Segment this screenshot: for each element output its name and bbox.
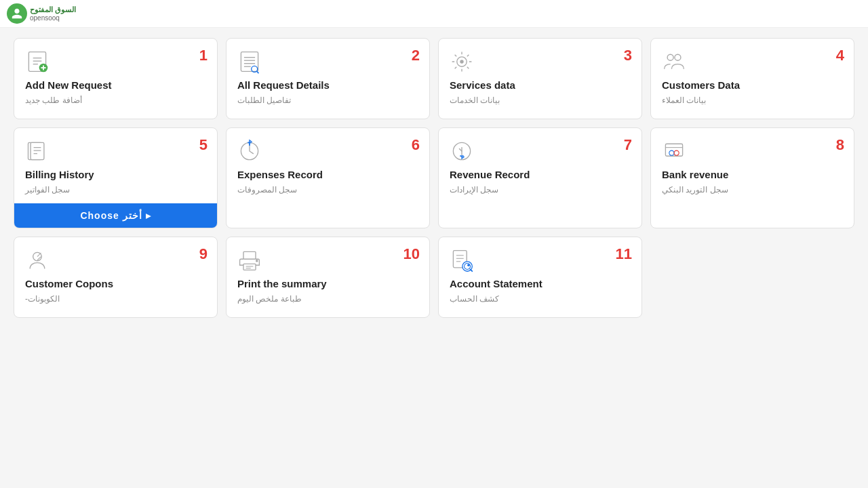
card-title-1: Add New Request: [25, 79, 206, 91]
card-number-9: 9: [199, 245, 208, 263]
brand-sub: opensooq: [30, 14, 76, 22]
svg-rect-19: [31, 142, 44, 159]
card-subtitle-10: طباعة ملخص اليوم: [237, 294, 302, 304]
card-icon-8: [662, 139, 843, 163]
card-icon-9: [25, 248, 206, 272]
card-icon-10: [237, 248, 418, 272]
card-4[interactable]: 4 Customers Data بيانات العملاء: [650, 38, 854, 119]
card-title-3: Services data: [450, 79, 631, 91]
card-2[interactable]: 2 All Request Details تفاصيل الطلبات: [226, 38, 430, 119]
card-subtitle-2: تفاصيل الطلبات: [237, 96, 291, 105]
card-9[interactable]: 9 Customer Copons -الكوبونات: [14, 237, 218, 318]
card-number-6: 6: [412, 136, 420, 154]
svg-rect-7: [241, 52, 258, 72]
svg-point-15: [460, 60, 463, 63]
card-number-4: 4: [836, 47, 844, 64]
card-icon-7: [450, 139, 631, 163]
card-icon-5: [25, 139, 206, 163]
card-6[interactable]: 6 Expenses Record سجل المصروفات: [226, 127, 430, 228]
card-subtitle-8: سجل التوريد البنكي: [662, 185, 728, 195]
svg-point-27: [669, 150, 674, 155]
avatar: [7, 3, 27, 24]
card-number-7: 7: [624, 136, 632, 154]
main-grid: 1 Add New Request أضافة طلب جديد 2 All R…: [0, 28, 868, 328]
choose-button[interactable]: Choose أختر ▸: [14, 203, 217, 228]
card-1[interactable]: 1 Add New Request أضافة طلب جديد: [14, 38, 218, 119]
card-title-6: Expenses Record: [237, 169, 418, 180]
card-subtitle-3: بيانات الخدمات: [450, 96, 500, 105]
svg-point-28: [674, 150, 679, 155]
svg-line-30: [37, 253, 41, 256]
card-number-10: 10: [403, 245, 420, 263]
header: السوق المفتوح opensooq: [0, 0, 868, 28]
card-number-1: 1: [199, 47, 208, 64]
card-title-2: All Request Details: [237, 79, 418, 91]
card-number-5: 5: [199, 136, 208, 154]
card-11[interactable]: 11 Account Statement كشف الحساب: [438, 237, 642, 318]
card-title-8: Bank revenue: [662, 169, 843, 180]
card-icon-11: [450, 248, 631, 272]
svg-line-13: [257, 71, 259, 73]
card-icon-4: [662, 49, 843, 74]
card-title-5: Billing History: [25, 169, 206, 180]
card-subtitle-9: -الكوبونات: [25, 294, 60, 304]
card-number-8: 8: [836, 136, 844, 154]
card-subtitle-5: سجل الفواتير: [25, 185, 70, 195]
card-title-9: Customer Copons: [25, 278, 206, 289]
card-icon-3: [450, 49, 631, 74]
card-title-11: Account Statement: [450, 278, 631, 289]
card-title-7: Revenue Record: [450, 169, 631, 180]
svg-rect-32: [243, 251, 256, 259]
card-subtitle-6: سجل المصروفات: [237, 185, 297, 195]
card-10[interactable]: 10 Print the summary طباعة ملخص اليوم: [226, 237, 430, 318]
card-icon-1: [25, 49, 206, 74]
svg-point-17: [675, 54, 681, 60]
card-number-2: 2: [412, 47, 420, 64]
card-7[interactable]: 7 Revenue Record سجل الإيرادات: [438, 127, 642, 228]
card-subtitle-11: كشف الحساب: [450, 294, 499, 304]
svg-line-44: [471, 270, 473, 272]
card-subtitle-4: بيانات العملاء: [662, 96, 706, 105]
svg-point-36: [256, 260, 258, 262]
card-8[interactable]: 8 Bank revenue سجل التوريد البنكي: [650, 127, 854, 228]
card-title-10: Print the summary: [237, 278, 418, 289]
brand-logo: السوق المفتوح: [30, 5, 76, 14]
card-number-11: 11: [616, 245, 632, 263]
card-icon-6: [237, 139, 418, 163]
card-subtitle-1: أضافة طلب جديد: [25, 96, 82, 105]
card-title-4: Customers Data: [662, 79, 843, 91]
card-3[interactable]: 3 Services data بيانات الخدمات: [438, 38, 642, 119]
card-number-3: 3: [624, 47, 632, 64]
card-subtitle-7: سجل الإيرادات: [450, 185, 498, 195]
svg-point-43: [467, 264, 470, 266]
card-icon-2: [237, 49, 418, 74]
svg-point-16: [667, 54, 673, 60]
card-5[interactable]: 5 Billing History سجل الفواتير Choose أخ…: [14, 127, 218, 228]
svg-rect-33: [243, 264, 256, 270]
